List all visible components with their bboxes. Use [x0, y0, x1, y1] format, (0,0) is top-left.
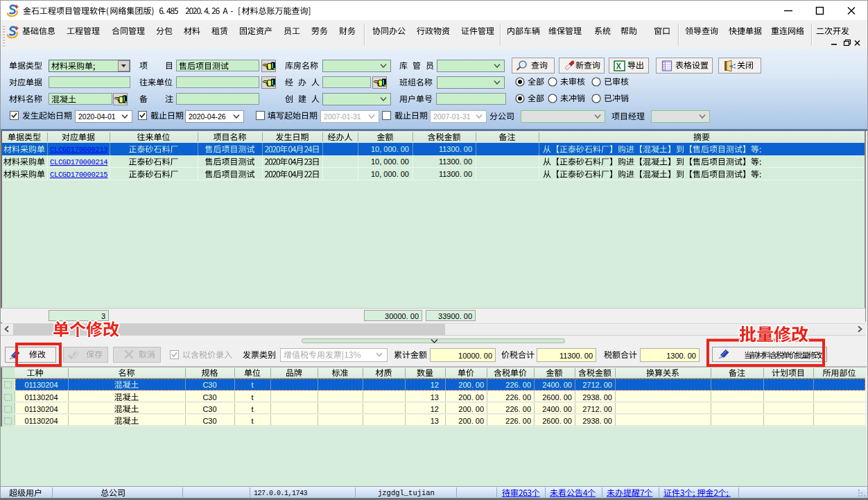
svg-text:t: t — [251, 417, 253, 425]
svg-text:2020-04-01: 2020-04-01 — [78, 112, 116, 121]
svg-text:C30: C30 — [202, 381, 216, 389]
svg-text:01130204: 01130204 — [24, 417, 58, 425]
svg-text:t: t — [251, 405, 253, 413]
svg-text:226. 00: 226. 00 — [505, 417, 531, 425]
svg-text:2938. 00: 2938. 00 — [582, 393, 612, 402]
svg-text:12: 12 — [431, 405, 439, 413]
svg-text:jzgdgl_tujian: jzgdgl_tujian — [378, 489, 435, 497]
svg-text:01130204: 01130204 — [24, 393, 58, 402]
svg-text:226. 00: 226. 00 — [505, 405, 531, 413]
svg-text:30000. 00: 30000. 00 — [385, 312, 419, 320]
svg-text:10, 000. 00: 10, 000. 00 — [371, 170, 409, 178]
svg-text:1300. 00: 1300. 00 — [666, 352, 696, 360]
svg-text:2712. 00: 2712. 00 — [582, 381, 612, 389]
svg-text:33900. 00: 33900. 00 — [438, 312, 472, 320]
svg-text:CLCGD170000213: CLCGD170000213 — [50, 146, 107, 154]
svg-text:2400. 00: 2400. 00 — [542, 381, 572, 389]
svg-text:13: 13 — [431, 417, 439, 425]
svg-text:226. 00: 226. 00 — [505, 393, 531, 402]
svg-text:200. 00: 200. 00 — [458, 393, 484, 402]
svg-text:CLCGD170000215: CLCGD170000215 — [50, 171, 107, 179]
svg-text:12: 12 — [431, 381, 439, 389]
svg-text:200. 00: 200. 00 — [458, 381, 484, 389]
svg-text:2600. 00: 2600. 00 — [542, 393, 572, 402]
svg-text:10, 000. 00: 10, 000. 00 — [371, 145, 409, 153]
svg-text:127.0.0.1,1743: 127.0.0.1,1743 — [254, 490, 308, 497]
svg-text:226. 00: 226. 00 — [505, 381, 531, 389]
svg-text:10000. 00: 10000. 00 — [458, 352, 492, 360]
svg-text:200. 00: 200. 00 — [458, 417, 484, 425]
svg-text:2020-04-26: 2020-04-26 — [189, 112, 226, 121]
svg-text:11300. 00: 11300. 00 — [439, 145, 472, 153]
svg-text:01130204: 01130204 — [24, 381, 58, 389]
svg-text:t: t — [251, 381, 253, 389]
svg-text:3: 3 — [101, 312, 105, 320]
svg-text:2007-01-31: 2007-01-31 — [324, 112, 361, 121]
svg-text:11300. 00: 11300. 00 — [439, 157, 472, 166]
svg-text:2712. 00: 2712. 00 — [582, 405, 612, 413]
svg-text:CLCGD170000214: CLCGD170000214 — [50, 158, 107, 166]
svg-text:200. 00: 200. 00 — [458, 405, 484, 413]
svg-text:2007-01-31: 2007-01-31 — [433, 112, 471, 121]
svg-text:t: t — [251, 393, 253, 402]
svg-text:C30: C30 — [202, 417, 216, 425]
svg-text:C30: C30 — [202, 405, 216, 413]
svg-text:2938. 00: 2938. 00 — [582, 417, 612, 425]
svg-text:2400. 00: 2400. 00 — [542, 405, 572, 413]
svg-text:C30: C30 — [202, 393, 216, 402]
svg-text:11300. 00: 11300. 00 — [439, 170, 472, 178]
svg-text:10, 000. 00: 10, 000. 00 — [371, 157, 409, 166]
svg-text:13: 13 — [431, 393, 439, 402]
svg-text:2600. 00: 2600. 00 — [542, 417, 572, 425]
svg-text:11300. 00: 11300. 00 — [559, 352, 593, 360]
svg-text:01130204: 01130204 — [24, 405, 58, 413]
